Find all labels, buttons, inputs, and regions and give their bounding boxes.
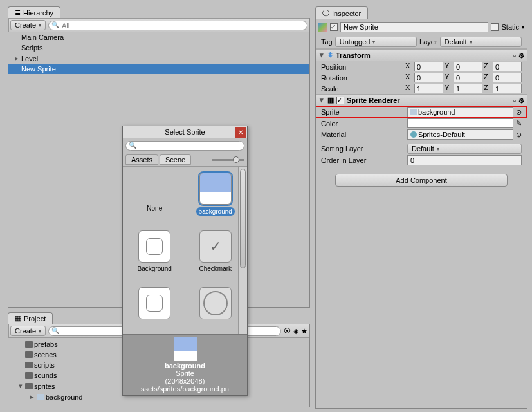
dialog-title-bar[interactable]: Select Sprite ✕ bbox=[123, 126, 247, 138]
asset-none[interactable]: None bbox=[131, 173, 179, 223]
info-icon: ⓘ bbox=[322, 8, 329, 18]
hierarchy-item[interactable]: Main Camera bbox=[8, 32, 309, 42]
star-icon[interactable]: ★ bbox=[301, 327, 307, 335]
scale-x-input[interactable] bbox=[414, 84, 443, 93]
inspector-tab-label: Inspector bbox=[332, 10, 361, 17]
order-in-layer-label: Order in Layer bbox=[321, 156, 405, 164]
asset-item[interactable] bbox=[191, 287, 239, 329]
gear-icon[interactable] bbox=[518, 97, 524, 104]
sprite-renderer-icon: ▦ bbox=[327, 96, 334, 104]
hierarchy-item[interactable]: Scripts bbox=[8, 42, 309, 53]
sprite-object-field[interactable]: background bbox=[407, 107, 513, 117]
gameobject-icon[interactable] bbox=[318, 23, 327, 32]
position-x-input[interactable] bbox=[414, 62, 443, 71]
active-checkbox[interactable] bbox=[330, 23, 338, 31]
dialog-footer: background Sprite (2048x2048) ssets/spri… bbox=[123, 334, 247, 395]
sprite-asset-icon bbox=[37, 394, 44, 400]
folder-icon bbox=[25, 372, 33, 379]
foldout-icon[interactable]: ▾ bbox=[318, 51, 325, 59]
rotation-label: Rotation bbox=[321, 74, 403, 82]
label-icon[interactable]: ◈ bbox=[293, 327, 298, 335]
assets-tab[interactable]: Assets bbox=[125, 154, 158, 165]
dialog-search-input[interactable]: 🔍 bbox=[125, 141, 244, 151]
static-label: Static bbox=[501, 23, 519, 31]
color-field[interactable] bbox=[407, 118, 513, 128]
asset-checkmark[interactable]: ✓ Checkmark bbox=[191, 230, 239, 279]
static-dropdown-icon[interactable]: ▾ bbox=[522, 24, 524, 30]
eyedropper-icon[interactable]: ✎ bbox=[516, 119, 522, 127]
thumbnail-size-slider[interactable] bbox=[212, 159, 244, 161]
order-in-layer-input[interactable] bbox=[407, 155, 522, 165]
search-icon: 🔍 bbox=[129, 142, 136, 149]
sprite-label: Sprite bbox=[321, 108, 405, 116]
gear-icon[interactable] bbox=[518, 52, 524, 59]
inspector-tab[interactable]: ⓘ Inspector bbox=[315, 6, 368, 19]
foldout-icon[interactable]: ▾ bbox=[318, 96, 325, 104]
project-create-dropdown[interactable]: Create bbox=[10, 326, 46, 336]
scale-y-input[interactable] bbox=[454, 84, 482, 93]
search-icon: 🔍 bbox=[51, 21, 59, 28]
hierarchy-icon: ≣ bbox=[15, 8, 21, 17]
asset-item[interactable] bbox=[131, 287, 179, 329]
color-label: Color bbox=[321, 120, 405, 127]
hierarchy-tab-label: Hierarchy bbox=[23, 9, 53, 17]
background-thumb bbox=[199, 173, 232, 205]
footer-thumb bbox=[174, 337, 197, 360]
foldout-icon[interactable]: ▸ bbox=[29, 393, 35, 401]
material-mini-icon bbox=[410, 131, 417, 138]
filter-icon[interactable]: ⦿ bbox=[284, 327, 291, 335]
rotation-y-input[interactable] bbox=[454, 73, 482, 82]
foldout-icon[interactable]: ▾ bbox=[17, 382, 24, 390]
scrollbar[interactable] bbox=[238, 167, 247, 334]
foldout-icon[interactable]: ▸ bbox=[14, 54, 20, 62]
layer-label: Layer bbox=[419, 38, 437, 46]
asset-Background[interactable]: Background bbox=[131, 230, 179, 279]
object-picker-icon[interactable]: ⊙ bbox=[516, 131, 522, 139]
asset-background[interactable]: background bbox=[191, 173, 239, 223]
help-icon[interactable]: ▫ bbox=[513, 52, 516, 59]
object-name-input[interactable] bbox=[340, 22, 488, 32]
scale-label: Scale bbox=[321, 85, 403, 93]
sprite-renderer-header[interactable]: ▾ ▦ Sprite Renderer ▫ bbox=[316, 94, 527, 106]
close-icon[interactable]: ✕ bbox=[235, 127, 246, 138]
material-label: Material bbox=[321, 131, 405, 138]
search-icon: 🔍 bbox=[51, 327, 59, 334]
sorting-layer-dropdown[interactable]: Default bbox=[407, 144, 522, 154]
select-sprite-dialog: Select Sprite ✕ 🔍 Assets Scene None back… bbox=[122, 126, 248, 396]
folder-icon bbox=[25, 383, 33, 389]
position-z-input[interactable] bbox=[493, 62, 522, 71]
folder-icon bbox=[25, 351, 33, 358]
component-enabled-checkbox[interactable] bbox=[336, 97, 344, 104]
hierarchy-tab[interactable]: ≣ Hierarchy bbox=[8, 6, 60, 18]
rotation-x-input[interactable] bbox=[414, 73, 443, 82]
tag-dropdown[interactable]: Untagged bbox=[335, 37, 417, 47]
sprite-property-row: Sprite background ⊙ bbox=[316, 106, 527, 118]
scale-z-input[interactable] bbox=[493, 84, 522, 93]
project-tab-label: Project bbox=[24, 315, 46, 323]
dialog-title: Select Sprite bbox=[165, 128, 205, 136]
help-icon[interactable]: ▫ bbox=[513, 97, 516, 104]
folder-icon bbox=[25, 362, 33, 368]
layer-dropdown[interactable]: Default bbox=[440, 37, 522, 47]
hierarchy-create-dropdown[interactable]: Create bbox=[10, 20, 46, 30]
add-component-button[interactable]: Add Component bbox=[335, 174, 508, 187]
object-picker-icon[interactable]: ⊙ bbox=[516, 108, 522, 117]
rotation-z-input[interactable] bbox=[493, 73, 522, 82]
transform-header[interactable]: ▾ ⬍ Transform ▫ bbox=[316, 49, 527, 61]
sorting-layer-label: Sorting Layer bbox=[321, 145, 405, 153]
sprite-mini-icon bbox=[410, 109, 417, 115]
project-icon: ▦ bbox=[15, 314, 21, 323]
position-label: Position bbox=[321, 63, 403, 71]
position-y-input[interactable] bbox=[454, 62, 482, 71]
transform-icon: ⬍ bbox=[327, 51, 333, 59]
static-checkbox[interactable] bbox=[491, 23, 499, 31]
hierarchy-item[interactable]: ▸Level bbox=[8, 53, 309, 64]
folder-icon bbox=[25, 341, 33, 348]
tag-label: Tag bbox=[321, 38, 333, 46]
project-tab[interactable]: ▦ Project bbox=[8, 312, 53, 324]
hierarchy-search-input[interactable]: 🔍 All bbox=[48, 21, 307, 30]
scene-tab[interactable]: Scene bbox=[160, 154, 191, 165]
hierarchy-item-selected[interactable]: New Sprite bbox=[8, 64, 309, 74]
material-object-field[interactable]: Sprites-Default bbox=[407, 129, 513, 140]
